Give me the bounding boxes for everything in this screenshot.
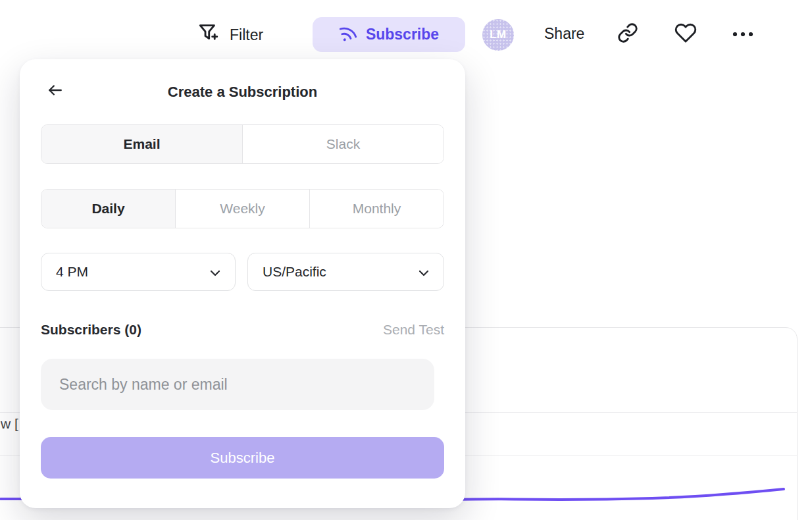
schedule-row: 4 PM US/Pacific: [41, 253, 444, 291]
time-select-value: 4 PM: [56, 264, 88, 280]
subscribe-submit-button[interactable]: Subscribe: [41, 437, 444, 479]
tab-email[interactable]: Email: [41, 125, 242, 163]
tab-daily[interactable]: Daily: [41, 190, 175, 228]
timezone-select[interactable]: US/Pacific: [247, 253, 444, 291]
page: w [ Filter Subscribe: [0, 0, 812, 520]
chevron-down-icon: [419, 264, 429, 280]
frequency-tabs: Daily Weekly Monthly: [41, 189, 444, 228]
subscribers-row: Subscribers (0) Send Test: [41, 322, 444, 338]
timezone-select-value: US/Pacific: [263, 264, 326, 280]
background-row-text: w [: [1, 416, 20, 432]
create-subscription-popover: Create a Subscription Email Slack Daily …: [20, 59, 465, 508]
rss-icon: [339, 24, 357, 46]
chevron-down-icon: [210, 264, 220, 280]
favorite-button[interactable]: [672, 22, 699, 47]
tab-monthly[interactable]: Monthly: [309, 190, 444, 228]
filter-label: Filter: [230, 26, 263, 44]
popover-title: Create a Subscription: [168, 84, 317, 101]
heart-icon: [674, 22, 698, 47]
send-test-button[interactable]: Send Test: [383, 322, 444, 338]
tab-weekly[interactable]: Weekly: [175, 190, 309, 228]
more-options-button[interactable]: [730, 29, 757, 41]
subscribe-button[interactable]: Subscribe: [313, 17, 465, 52]
subscribers-count-label: Subscribers (0): [41, 322, 141, 338]
subscriber-search-input[interactable]: [41, 359, 434, 410]
toolbar: Filter Subscribe LM Share: [0, 0, 812, 68]
tab-slack[interactable]: Slack: [242, 125, 444, 163]
channel-tabs: Email Slack: [41, 124, 444, 164]
filter-plus-icon: [197, 21, 220, 49]
share-button[interactable]: Share: [544, 25, 584, 43]
back-button[interactable]: [41, 76, 70, 105]
time-select[interactable]: 4 PM: [41, 253, 236, 291]
link-icon: [617, 22, 638, 46]
popover-header: Create a Subscription: [41, 59, 444, 124]
avatar-initials: LM: [490, 28, 507, 41]
avatar[interactable]: LM: [482, 19, 514, 51]
arrow-left-icon: [45, 82, 65, 101]
filter-button[interactable]: Filter: [197, 20, 263, 50]
ellipsis-icon: [732, 29, 755, 41]
subscribe-label: Subscribe: [366, 26, 439, 43]
copy-link-button[interactable]: [616, 22, 640, 46]
